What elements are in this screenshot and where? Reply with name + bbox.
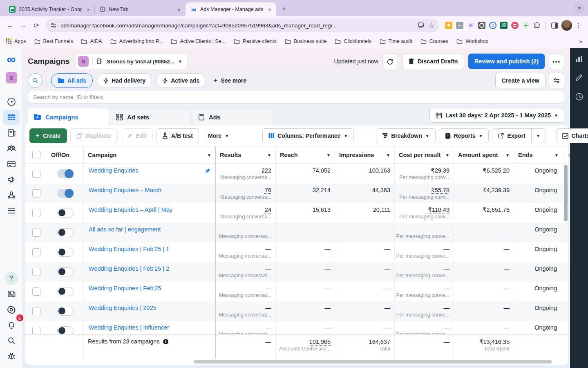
filter-all-ads[interactable]: All ads: [51, 73, 93, 88]
review-publish-button[interactable]: Review and publish (2): [468, 54, 545, 69]
help-button[interactable]: ?: [3, 271, 20, 286]
campaign-toggle[interactable]: [57, 287, 74, 296]
campaign-toggle[interactable]: [57, 248, 74, 257]
report-bug-icon[interactable]: [3, 348, 20, 364]
notifications-bell-icon[interactable]: 6: [3, 317, 20, 333]
view-settings-button[interactable]: [549, 73, 564, 88]
reports-button[interactable]: Reports▼: [439, 128, 489, 143]
tab-ad-sets[interactable]: Ad sets: [110, 108, 191, 126]
row-checkbox[interactable]: [32, 327, 40, 334]
header-overflow-button[interactable]: •••: [549, 54, 564, 69]
bookmark-folder[interactable]: Active Clients | Se...: [171, 38, 226, 44]
search-nav-icon[interactable]: [3, 333, 20, 348]
charts-panel-icon[interactable]: [575, 55, 583, 63]
browser-tab[interactable]: New Tab ×: [95, 2, 186, 16]
extension-icon[interactable]: C: [489, 22, 496, 29]
settings-gear-icon[interactable]: [3, 302, 20, 317]
bookmark-folder[interactable]: Time audit: [380, 38, 412, 44]
info-icon[interactable]: [163, 339, 169, 345]
charts-button[interactable]: Charts: [556, 128, 588, 143]
tab-close-icon[interactable]: ×: [176, 6, 182, 13]
campaign-toggle[interactable]: [57, 307, 74, 316]
ab-test-button[interactable]: A/B test: [156, 128, 199, 143]
row-checkbox[interactable]: [32, 189, 40, 197]
tab-close-icon[interactable]: ×: [85, 6, 92, 13]
campaign-name-link[interactable]: Wedding Enquiries – March: [89, 187, 161, 193]
browser-tab[interactable]: 2025 Activity Tracker - Goog ×: [4, 2, 95, 16]
all-tools-menu-icon[interactable]: [3, 203, 20, 218]
duplicate-button[interactable]: Duplicate: [70, 128, 118, 143]
bookmark-folder[interactable]: Best Funnels: [34, 38, 73, 44]
row-checkbox[interactable]: [32, 287, 40, 296]
edit-panel-icon[interactable]: [575, 74, 583, 82]
pages-nav-icon[interactable]: [3, 125, 20, 141]
bookmark-apps[interactable]: Apps: [6, 38, 26, 44]
extension-icon[interactable]: [445, 22, 452, 29]
export-options-button[interactable]: ▼: [532, 128, 546, 143]
audiences-nav-icon[interactable]: [3, 141, 20, 156]
tab-campaigns[interactable]: Campaigns: [28, 108, 109, 126]
campaign-name-link[interactable]: Wedding Enquiries | Feb'25 | 2: [89, 265, 169, 272]
campaign-toggle[interactable]: [57, 169, 74, 178]
column-header-ends[interactable]: Ends▼: [514, 146, 563, 164]
history-clock-icon[interactable]: [575, 92, 584, 101]
column-header-off-on[interactable]: Off/On: [47, 146, 84, 164]
row-checkbox[interactable]: [32, 248, 40, 256]
see-more-filters[interactable]: + See more: [210, 76, 250, 85]
column-header-results[interactable]: Results▼: [216, 146, 276, 164]
bookmarks-overflow-chevron[interactable]: »: [579, 38, 582, 45]
campaign-name-link[interactable]: Wedding Enquiries | Feb'25 | 1: [89, 246, 169, 252]
browser-menu-icon[interactable]: ⋮: [573, 22, 584, 29]
bookmark-folder[interactable]: AIDA: [81, 38, 102, 44]
meta-logo-icon[interactable]: ∞: [3, 53, 20, 65]
create-button[interactable]: +Create: [29, 128, 67, 143]
side-panel-icon[interactable]: [548, 19, 561, 31]
browser-tab[interactable]: Ads Manager - Manage ads - ×: [186, 2, 276, 16]
business-assets-nav-icon[interactable]: [3, 187, 20, 203]
tab-strip-chevron-button[interactable]: ▼: [574, 3, 585, 13]
select-all-checkbox[interactable]: [32, 151, 40, 159]
campaign-name-link[interactable]: Wedding Enquiries | 2025: [89, 305, 157, 311]
address-bar[interactable]: adsmanager.facebook.com/adsmanager/manag…: [46, 18, 439, 32]
campaign-name-link[interactable]: Wedding Enquiries: [89, 167, 138, 174]
account-selector[interactable]: S Stories by Vishal (90852... ▼: [75, 54, 188, 69]
campaign-name-link[interactable]: Wedding Enquiries | Influencer: [89, 324, 169, 331]
forward-button[interactable]: →: [17, 19, 29, 31]
extension-icon[interactable]: [511, 22, 519, 29]
billing-nav-icon[interactable]: [3, 156, 20, 172]
campaign-toggle[interactable]: [57, 189, 74, 198]
back-button[interactable]: ←: [4, 19, 16, 31]
filter-active-ads[interactable]: Active ads: [156, 73, 206, 88]
create-view-button[interactable]: Create a view: [495, 73, 546, 88]
refresh-button[interactable]: [382, 54, 398, 69]
extension-icon[interactable]: ✳: [467, 22, 474, 29]
bookmark-folder[interactable]: Advertising Into P...: [110, 38, 163, 44]
campaign-name-link[interactable]: Wedding Enquiries – April | May: [89, 206, 172, 213]
campaign-toggle[interactable]: [57, 326, 74, 334]
tab-ads[interactable]: Ads: [192, 108, 273, 126]
account-overview-icon[interactable]: [3, 94, 20, 110]
tab-close-icon[interactable]: ×: [266, 6, 273, 13]
column-header-cost-per-result[interactable]: Cost per result▼: [395, 146, 454, 164]
bookmark-folder[interactable]: Workshop: [456, 38, 488, 44]
campaign-name-link[interactable]: Wedding Enquiries | Feb'25: [89, 285, 161, 292]
column-header-amount-spent[interactable]: Amount spent▼: [454, 146, 514, 164]
extensions-puzzle-icon[interactable]: [533, 22, 541, 29]
date-range-selector[interactable]: Last 30 days: 2 Apr 2025 - 1 May 2025 ▼: [429, 108, 564, 123]
new-tab-button[interactable]: +: [279, 4, 289, 14]
reload-button[interactable]: ⟳: [30, 19, 42, 31]
extension-icon[interactable]: </>: [456, 22, 463, 29]
campaign-name-link[interactable]: All ads so far | engagement: [89, 226, 161, 233]
horizontal-scrollbar[interactable]: [194, 360, 552, 364]
filter-had-delivery[interactable]: Had delivery: [97, 73, 152, 88]
row-checkbox[interactable]: [32, 170, 40, 178]
campaigns-nav-icon[interactable]: [3, 110, 20, 125]
columns-button[interactable]: Columns: Performance▼: [262, 128, 354, 143]
updates-news-icon[interactable]: [3, 286, 20, 302]
campaign-toggle[interactable]: [57, 228, 74, 237]
extension-icon[interactable]: Bulk Send: [500, 22, 508, 29]
bookmark-folder[interactable]: Business suite: [285, 38, 327, 44]
vertical-scrollbar[interactable]: [564, 165, 568, 221]
edit-button[interactable]: Edit: [121, 128, 153, 143]
column-header-impressions[interactable]: Impressions▼: [335, 146, 395, 164]
